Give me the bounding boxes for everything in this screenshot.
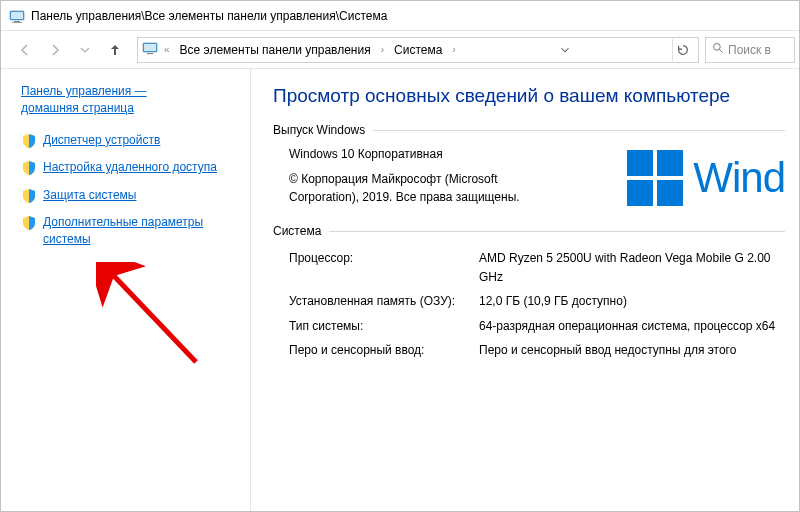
windows-logo-text: Wind [693,145,785,210]
recent-dropdown[interactable] [71,36,99,64]
svg-point-7 [714,44,721,51]
sidebar-item-device-manager[interactable]: Диспетчер устройств [21,132,238,149]
group-header-windows: Выпуск Windows [273,123,785,137]
systype-label: Тип системы: [289,314,479,339]
svg-rect-1 [11,12,23,19]
windows-edition-text: Windows 10 Корпоративная © Корпорация Ма… [289,145,617,207]
windows-edition-group: Выпуск Windows Windows 10 Корпоративная … [273,123,785,210]
svg-rect-2 [14,21,20,22]
svg-rect-3 [12,22,22,23]
control-panel-home-link[interactable]: Панель управления — домашняя страница [21,84,147,115]
group-header-system: Система [273,224,785,238]
sidebar-list: Диспетчер устройств Настройка удаленного… [21,132,238,249]
systype-value: 64-разрядная операционная система, проце… [479,314,785,339]
shield-icon [21,215,37,231]
windows-logo: Wind [627,145,785,210]
svg-rect-5 [144,44,156,51]
shield-icon [21,188,37,204]
refresh-dropdown[interactable] [554,39,576,61]
ram-label: Установленная память (ОЗУ): [289,289,479,314]
up-button[interactable] [101,36,129,64]
sidebar: Панель управления — домашняя страница Ди… [1,69,251,511]
search-icon [712,42,724,57]
sidebar-item-label: Дополнительные параметры системы [43,214,238,249]
page-title: Просмотр основных сведений о вашем компь… [273,85,785,107]
system-icon [9,8,25,24]
content-body: Панель управления — домашняя страница Ди… [1,69,799,511]
breadcrumb-prefix: « [162,44,172,55]
windows-copyright: © Корпорация Майкрософт (Microsoft Corpo… [289,170,549,207]
svg-rect-6 [147,53,153,54]
back-button[interactable] [11,36,39,64]
system-group: Система Процессор: AMD Ryzen 5 2500U wit… [273,224,785,363]
windows-logo-icon [627,150,683,206]
forward-button[interactable] [41,36,69,64]
shield-icon [21,160,37,176]
window-titlebar: Панель управления\Все элементы панели уп… [1,1,799,31]
table-row: Тип системы: 64-разрядная операционная с… [289,314,785,339]
nav-bar: « Все элементы панели управления › Систе… [1,31,799,69]
system-info-table: Процессор: AMD Ryzen 5 2500U with Radeon… [289,246,785,363]
address-bar[interactable]: « Все элементы панели управления › Систе… [137,37,699,63]
refresh-button[interactable] [672,39,694,61]
cpu-label: Процессор: [289,246,479,289]
pentouch-value: Перо и сенсорный ввод недоступны для это… [479,338,785,363]
sidebar-item-remote-settings[interactable]: Настройка удаленного доступа [21,159,238,176]
search-input[interactable]: Поиск в [705,37,795,63]
sidebar-item-advanced-settings[interactable]: Дополнительные параметры системы [21,214,238,249]
sidebar-item-label: Защита системы [43,187,136,204]
table-row: Перо и сенсорный ввод: Перо и сенсорный … [289,338,785,363]
table-row: Процессор: AMD Ryzen 5 2500U with Radeon… [289,246,785,289]
svg-line-8 [720,50,723,53]
windows-edition-name: Windows 10 Корпоративная [289,145,617,164]
ram-value: 12,0 ГБ (10,9 ГБ доступно) [479,289,785,314]
cpu-value: AMD Ryzen 5 2500U with Radeon Vega Mobil… [479,246,785,289]
pentouch-label: Перо и сенсорный ввод: [289,338,479,363]
shield-icon [21,133,37,149]
window-title: Панель управления\Все элементы панели уп… [31,9,387,23]
sidebar-item-system-protection[interactable]: Защита системы [21,187,238,204]
nav-arrows [5,36,135,64]
system-icon-small [142,40,158,59]
breadcrumb-item-all[interactable]: Все элементы панели управления [176,41,375,59]
chevron-right-icon: › [450,44,457,55]
table-row: Установленная память (ОЗУ): 12,0 ГБ (10,… [289,289,785,314]
breadcrumb-item-system[interactable]: Система [390,41,446,59]
search-placeholder: Поиск в [728,43,771,57]
sidebar-item-label: Настройка удаленного доступа [43,159,217,176]
main-content: Просмотр основных сведений о вашем компь… [251,69,799,511]
chevron-right-icon: › [379,44,386,55]
sidebar-item-label: Диспетчер устройств [43,132,160,149]
